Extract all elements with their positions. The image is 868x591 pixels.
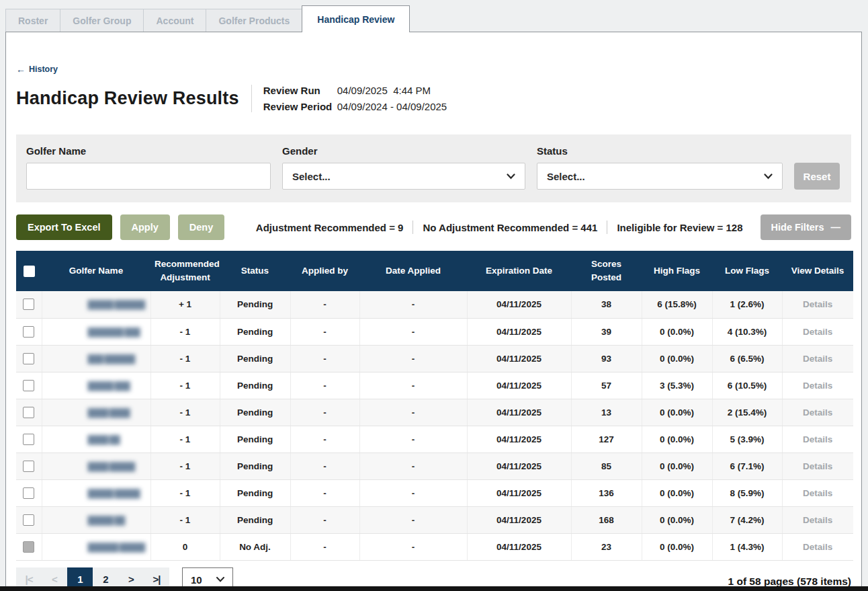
row-checkbox[interactable] — [23, 299, 34, 310]
high-flags-cell: 6 (15.8%) — [642, 291, 712, 318]
golfer-name-link[interactable]: █████ ███ — [88, 381, 130, 391]
scores-posted-cell: 85 — [571, 452, 642, 479]
golfer-name-link[interactable]: █████ ██ — [88, 516, 125, 525]
table-body: █████ ██████ + 1 Pending - - 04/11/2025 … — [16, 291, 853, 560]
row-checkbox[interactable] — [23, 353, 34, 364]
tab-bar: Roster Golfer Group Account Golfer Produ… — [0, 0, 868, 32]
window-bottom-edge — [0, 586, 868, 591]
low-flags-cell: 1 (2.6%) — [712, 291, 782, 318]
row-checkbox[interactable] — [23, 461, 34, 472]
table-header: Golfer Name Recommended Adjustment Statu… — [16, 251, 853, 291]
golfer-name-link[interactable]: ████ █████ — [88, 462, 135, 471]
scores-posted-cell: 23 — [571, 533, 642, 560]
date-applied-cell: - — [359, 345, 467, 372]
low-flags-cell: 7 (4.2%) — [712, 506, 782, 533]
details-link[interactable]: Details — [803, 461, 832, 471]
hide-filters-button[interactable]: Hide Filters — — [761, 214, 851, 240]
expiration-date-cell: 04/11/2025 — [467, 452, 571, 479]
export-to-excel-button[interactable]: Export To Excel — [16, 214, 112, 240]
row-checkbox[interactable] — [23, 541, 34, 553]
history-link-label: History — [29, 65, 58, 74]
expiration-date-cell: 04/11/2025 — [467, 318, 571, 345]
scores-posted-cell: 136 — [571, 479, 642, 506]
row-checkbox[interactable] — [23, 407, 34, 418]
golfer-name-link[interactable]: ███████ ███ — [88, 327, 140, 337]
tab-account[interactable]: Account — [143, 9, 206, 32]
row-checkbox[interactable] — [23, 326, 34, 338]
summary-stats: Adjustment Recommended = 9 No Adjustment… — [256, 221, 743, 234]
low-flags-cell: 5 (3.9%) — [712, 426, 782, 452]
details-link[interactable]: Details — [803, 327, 832, 337]
tab-roster[interactable]: Roster — [5, 9, 60, 32]
details-link[interactable]: Details — [803, 434, 832, 444]
table-row: ██████ █████ 0 No Adj. - - 04/11/2025 23… — [16, 533, 853, 560]
hide-filters-label: Hide Filters — [771, 222, 824, 233]
low-flags-cell: 1 (4.3%) — [712, 533, 782, 560]
status-cell: Pending — [220, 345, 290, 372]
history-back-link[interactable]: ← History — [16, 64, 58, 75]
recommended-adjustment-cell: - 1 — [150, 318, 220, 345]
status-cell: Pending — [220, 399, 290, 426]
golfer-name-link[interactable]: ████ ████ — [88, 408, 130, 418]
gender-select[interactable]: Select... — [282, 163, 525, 190]
golfer-name-link[interactable]: ███ ██████ — [88, 354, 135, 364]
low-flags-cell: 6 (6.5%) — [712, 345, 782, 372]
recommended-adjustment-cell: - 1 — [150, 506, 220, 533]
applied-by-cell: - — [290, 452, 359, 479]
tab-golfer-products[interactable]: Golfer Products — [206, 9, 302, 32]
date-applied-cell: - — [359, 479, 467, 506]
tab-golfer-group[interactable]: Golfer Group — [60, 9, 144, 32]
details-link[interactable]: Details — [803, 381, 832, 391]
apply-button[interactable]: Apply — [120, 214, 170, 240]
details-link[interactable]: Details — [803, 488, 832, 498]
page-title: Handicap Review Results — [16, 88, 251, 109]
date-applied-cell: - — [359, 506, 467, 533]
high-flags-cell: 0 (0.0%) — [642, 399, 712, 426]
details-link[interactable]: Details — [803, 354, 832, 364]
applied-by-cell: - — [290, 345, 359, 372]
golfer-name-label: Golfer Name — [26, 145, 271, 157]
golfer-name-input[interactable] — [26, 163, 271, 190]
row-checkbox[interactable] — [23, 380, 34, 391]
details-link[interactable]: Details — [803, 515, 832, 525]
back-arrow-icon: ← — [16, 64, 26, 75]
low-flags-cell: 4 (10.3%) — [712, 318, 782, 345]
status-cell: Pending — [220, 506, 290, 533]
date-applied-cell: - — [359, 372, 467, 399]
row-checkbox[interactable] — [23, 487, 34, 499]
gender-select-value: Select... — [292, 171, 331, 182]
reset-button[interactable]: Reset — [794, 163, 840, 190]
golfer-name-link[interactable]: ██████ █████ — [88, 543, 145, 552]
low-flags-cell: 6 (7.1%) — [712, 452, 782, 479]
row-checkbox[interactable] — [23, 514, 34, 526]
deny-button[interactable]: Deny — [178, 214, 224, 240]
date-applied-cell: - — [359, 533, 467, 560]
table-row: ███████ ███ - 1 Pending - - 04/11/2025 3… — [16, 318, 853, 345]
status-cell: Pending — [220, 479, 290, 506]
status-cell: Pending — [220, 291, 290, 318]
tab-handicap-review[interactable]: Handicap Review — [302, 5, 410, 32]
low-flags-cell: 6 (10.5%) — [712, 372, 782, 399]
details-link[interactable]: Details — [803, 299, 832, 309]
golfer-name-link[interactable]: ████ ██ — [88, 435, 120, 444]
high-flags-cell: 0 (0.0%) — [642, 479, 712, 506]
golfer-name-link[interactable]: █████ ██████ — [88, 300, 145, 309]
details-link[interactable]: Details — [803, 407, 832, 418]
expiration-date-cell: 04/11/2025 — [467, 372, 571, 399]
status-select[interactable]: Select... — [537, 163, 783, 190]
expiration-date-cell: 04/11/2025 — [467, 479, 571, 506]
row-checkbox[interactable] — [23, 434, 34, 445]
table-row: █████ █████ - 1 Pending - - 04/11/2025 1… — [16, 479, 853, 506]
stat-adjustment-recommended: Adjustment Recommended = 9 — [256, 222, 404, 233]
col-scores-posted: Scores Posted — [571, 251, 642, 291]
details-link[interactable]: Details — [803, 542, 832, 552]
handicap-review-page: Roster Golfer Group Account Golfer Produ… — [0, 0, 868, 591]
select-all-checkbox[interactable] — [24, 266, 35, 277]
date-applied-cell: - — [359, 452, 467, 479]
table-row: █████ ██ - 1 Pending - - 04/11/2025 168 … — [16, 506, 853, 533]
low-flags-cell: 2 (15.4%) — [712, 399, 782, 426]
golfer-name-link[interactable]: █████ █████ — [88, 489, 140, 498]
stat-no-adjustment-recommended: No Adjustment Recommended = 441 — [423, 222, 597, 233]
review-meta: Review Run 04/09/2025 4:44 PM Review Per… — [251, 85, 447, 112]
col-status: Status — [220, 251, 290, 291]
